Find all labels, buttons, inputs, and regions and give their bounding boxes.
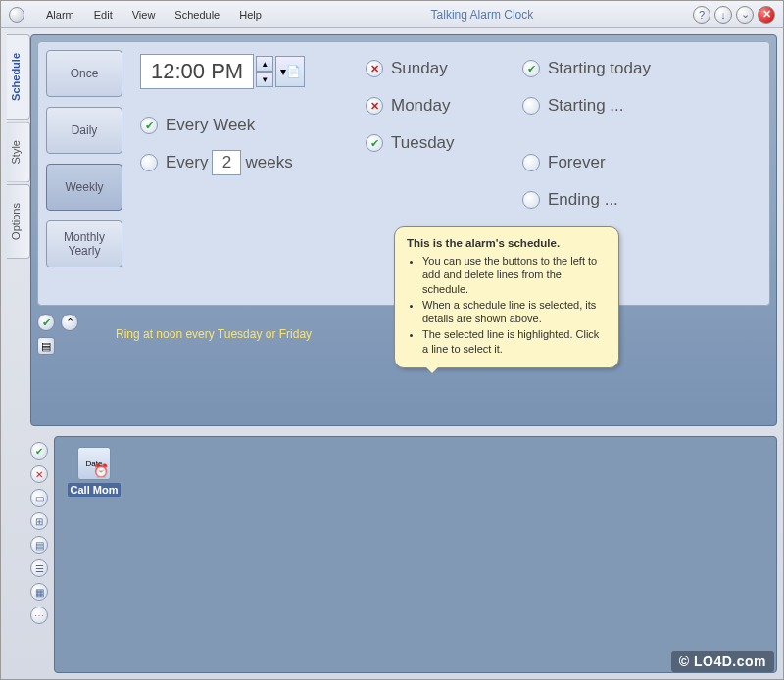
more-icon[interactable]: ⋯	[30, 607, 48, 624]
calendar-button[interactable]: ▾📄	[275, 56, 305, 87]
schedule-panel: Once Daily Weekly Monthly Yearly 12:00 P…	[30, 34, 777, 426]
arrow-down-button[interactable]: ↓	[714, 6, 732, 24]
view-icon-3[interactable]: ▤	[30, 536, 48, 554]
tooltip-bullet: You can use the buttons to the left to a…	[422, 254, 607, 296]
view-icon-2[interactable]: ⊞	[30, 512, 48, 530]
tab-options[interactable]: Options	[7, 184, 30, 259]
enable-icon[interactable]: ✔	[30, 442, 48, 460]
every-n-prefix: Every	[166, 153, 208, 172]
help-button[interactable]: ?	[693, 6, 710, 24]
view-icon-4[interactable]: ☰	[30, 559, 48, 577]
menu-schedule[interactable]: Schedule	[165, 5, 229, 24]
starting-label: Starting ...	[548, 96, 623, 116]
help-tooltip: This is the alarm's schedule. You can us…	[394, 226, 619, 368]
tab-style[interactable]: Style	[7, 121, 30, 182]
freq-monthly-yearly-button[interactable]: Monthly Yearly	[46, 220, 122, 267]
watermark: © LO4D.com	[671, 651, 774, 672]
every-n-input[interactable]: 2	[212, 150, 241, 175]
delete-icon[interactable]: ✕	[30, 465, 48, 483]
menu-view[interactable]: View	[122, 5, 166, 24]
radio-every-week[interactable]: ✔	[140, 117, 158, 134]
day-tuesday-toggle[interactable]: ✔	[366, 134, 383, 152]
collapse-icon[interactable]: ⌃	[61, 314, 78, 331]
freq-daily-button[interactable]: Daily	[46, 107, 122, 154]
ending-label: Ending ...	[548, 190, 618, 210]
day-monday-label: Monday	[391, 96, 450, 116]
time-input[interactable]: 12:00 PM	[140, 54, 254, 89]
tab-schedule[interactable]: Schedule	[7, 34, 30, 120]
alarm-item-label: Call Mom	[68, 483, 122, 497]
starting-today-label: Starting today	[548, 59, 651, 78]
freq-weekly-button[interactable]: Weekly	[46, 164, 122, 211]
day-tuesday-label: Tuesday	[391, 133, 455, 153]
app-icon	[9, 7, 24, 23]
titlebar: Alarm Edit View Schedule Help Talking Al…	[1, 1, 783, 28]
list-toolbar: ✔ ✕ ▭ ⊞ ▤ ☰ ▦ ⋯	[30, 436, 54, 673]
confirm-icon[interactable]: ✔	[37, 314, 55, 331]
day-sunday-label: Sunday	[391, 59, 448, 78]
alarm-item-call-mom[interactable]: Date Call Mom	[65, 447, 123, 497]
forever-label: Forever	[548, 153, 606, 172]
radio-ending[interactable]	[522, 191, 540, 209]
time-up-button[interactable]: ▲	[256, 56, 273, 72]
radio-starting[interactable]	[522, 97, 540, 115]
every-n-suffix: weeks	[245, 153, 292, 172]
time-down-button[interactable]: ▼	[256, 72, 273, 87]
radio-every-n[interactable]	[140, 154, 158, 171]
alarm-list-body[interactable]: Date Call Mom	[54, 436, 777, 673]
app-window: Alarm Edit View Schedule Help Talking Al…	[0, 0, 784, 680]
schedule-summary[interactable]: Ring at noon every Tuesday or Friday	[86, 327, 312, 341]
tooltip-bullet: When a schedule line is selected, its de…	[422, 298, 607, 326]
view-icon-1[interactable]: ▭	[30, 489, 48, 507]
close-button[interactable]: ✕	[758, 6, 775, 24]
freq-once-button[interactable]: Once	[46, 50, 122, 97]
day-sunday-toggle[interactable]: ✕	[366, 60, 383, 77]
tooltip-bullet: The selected line is highlighted. Click …	[422, 327, 607, 356]
day-monday-toggle[interactable]: ✕	[366, 97, 383, 115]
menu-alarm[interactable]: Alarm	[36, 5, 84, 24]
minimize-button[interactable]: ⌄	[736, 6, 754, 24]
side-tabs: Schedule Style Options	[7, 34, 30, 673]
view-icon-5[interactable]: ▦	[30, 583, 48, 601]
window-title: Talking Alarm Clock	[271, 8, 693, 22]
radio-forever[interactable]	[522, 154, 540, 171]
menu-edit[interactable]: Edit	[84, 5, 122, 24]
alarm-date-icon: Date	[77, 447, 111, 480]
every-week-label: Every Week	[166, 116, 255, 135]
menu-help[interactable]: Help	[229, 5, 271, 24]
radio-starting-today[interactable]: ✔	[522, 60, 540, 77]
tooltip-title: This is the alarm's schedule.	[407, 237, 607, 249]
calendar-icon: ▾📄	[280, 65, 301, 78]
details-icon[interactable]: ▤	[37, 337, 55, 355]
